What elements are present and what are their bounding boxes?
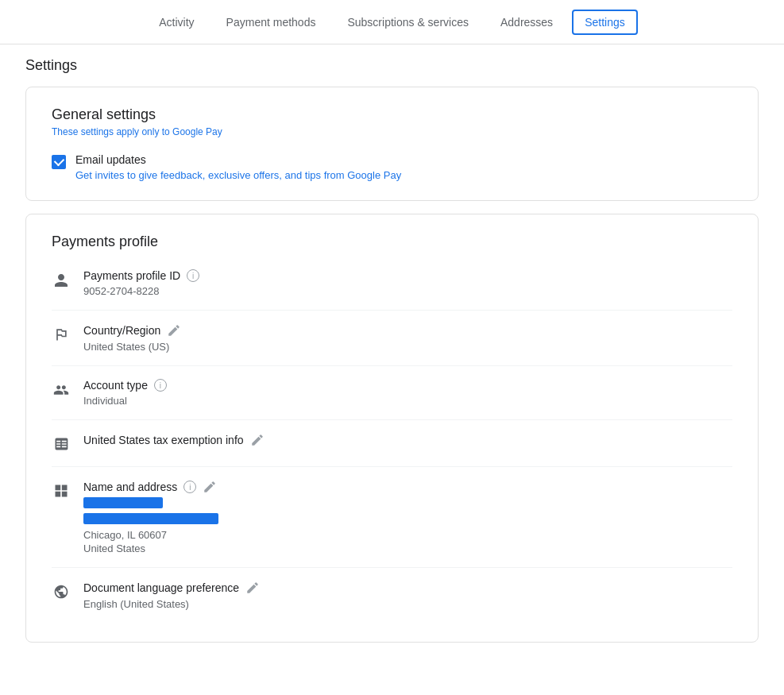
flag-icon (52, 325, 71, 344)
profile-id-content: Payments profile ID i 9052-2704-8228 (83, 269, 732, 297)
globe-icon (52, 582, 71, 601)
profile-id-label: Payments profile ID (83, 269, 180, 282)
person-icon (52, 271, 71, 290)
tax-exemption-label: United States tax exemption info (83, 434, 244, 446)
account-type-header: Account type i (83, 379, 732, 392)
page-title: Settings (0, 44, 784, 80)
profile-id-row: Payments profile ID i 9052-2704-8228 (52, 257, 732, 311)
email-updates-row: Email updates Get invites to give feedba… (52, 153, 732, 181)
email-updates-label: Email updates (75, 153, 401, 166)
general-settings-card: General settings These settings apply on… (25, 87, 759, 201)
name-redacted-bar-1 (83, 497, 163, 508)
email-updates-content: Email updates Get invites to give feedba… (75, 153, 401, 181)
doc-language-row: Document language preference English (Un… (52, 568, 732, 623)
tax-exemption-header: United States tax exemption info (83, 433, 732, 447)
nav-payment-methods[interactable]: Payment methods (214, 10, 329, 35)
email-updates-checkbox[interactable] (52, 155, 66, 169)
account-type-label: Account type (83, 379, 148, 392)
name-address-label: Name and address (83, 481, 177, 493)
account-type-row: Account type i Individual (52, 366, 732, 420)
name-address-country: United States (83, 542, 732, 554)
doc-language-value: English (United States) (83, 598, 732, 610)
general-settings-title: General settings (52, 106, 732, 123)
account-type-content: Account type i Individual (83, 379, 732, 407)
grid-icon (52, 481, 71, 500)
name-address-city: Chicago, IL 60607 (83, 529, 732, 541)
email-updates-description: Get invites to give feedback, exclusive … (75, 169, 401, 181)
doc-language-content: Document language preference English (Un… (83, 581, 732, 610)
main-content: General settings These settings apply on… (0, 80, 784, 681)
table-icon (52, 434, 71, 454)
tax-exemption-content: United States tax exemption info (83, 433, 732, 450)
name-address-edit-icon[interactable] (203, 480, 217, 494)
nav-activity[interactable]: Activity (146, 10, 207, 35)
country-region-label: Country/Region (83, 324, 160, 337)
doc-language-label: Document language preference (83, 581, 239, 594)
checkmark-icon (53, 156, 64, 166)
account-type-info-icon[interactable]: i (154, 379, 167, 392)
country-region-content: Country/Region United States (US) (83, 323, 732, 353)
payments-profile-card: Payments profile Payments profile ID i 9… (25, 214, 759, 643)
country-region-edit-icon[interactable] (167, 323, 181, 338)
doc-language-header: Document language preference (83, 581, 732, 595)
nav-addresses[interactable]: Addresses (488, 10, 566, 35)
country-region-row: Country/Region United States (US) (52, 311, 732, 366)
nav-settings[interactable]: Settings (572, 10, 638, 35)
country-region-header: Country/Region (83, 323, 732, 338)
account-icon (52, 380, 71, 400)
country-region-value: United States (US) (83, 341, 732, 353)
doc-language-edit-icon[interactable] (245, 581, 260, 595)
profile-id-value: 9052-2704-8228 (83, 285, 732, 297)
tax-exemption-edit-icon[interactable] (250, 433, 265, 447)
name-redacted-bar-2 (83, 513, 218, 524)
profile-id-header: Payments profile ID i (83, 269, 732, 282)
name-address-row: Name and address i Chicago, IL 60607 Uni… (52, 467, 732, 568)
name-address-content: Name and address i Chicago, IL 60607 Uni… (83, 480, 732, 554)
nav-subscriptions[interactable]: Subscriptions & services (334, 10, 481, 35)
payments-profile-title: Payments profile (52, 234, 732, 250)
top-navigation: Activity Payment methods Subscriptions &… (0, 0, 784, 44)
general-settings-subtitle: These settings apply only to Google Pay (52, 126, 732, 137)
name-address-redacted: Chicago, IL 60607 United States (83, 497, 732, 554)
account-type-value: Individual (83, 395, 732, 407)
tax-exemption-row: United States tax exemption info (52, 420, 732, 467)
profile-id-info-icon[interactable]: i (187, 269, 199, 282)
name-address-info-icon[interactable]: i (183, 481, 196, 493)
name-address-header: Name and address i (83, 480, 732, 494)
